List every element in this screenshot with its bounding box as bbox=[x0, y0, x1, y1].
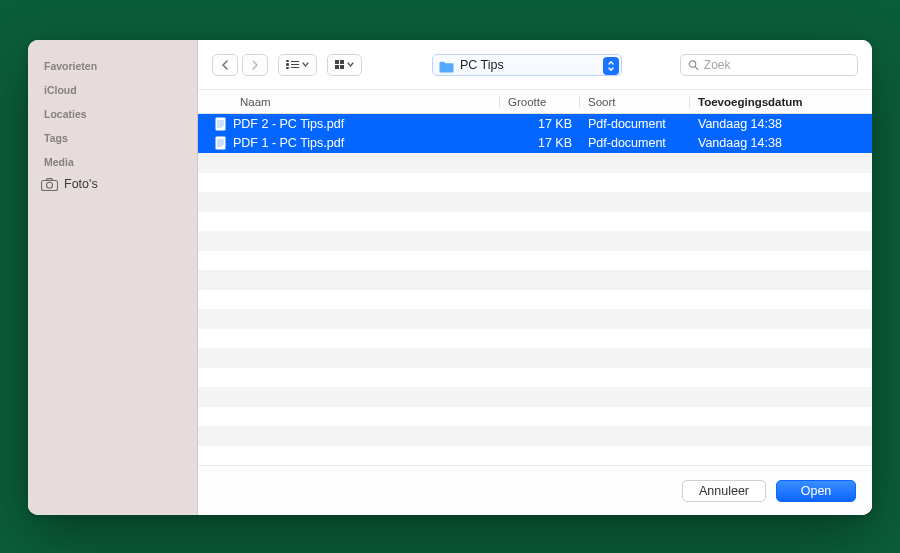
main-panel: PC Tips Naam Grootte bbox=[198, 40, 872, 515]
search-input[interactable] bbox=[704, 58, 850, 72]
svg-point-2 bbox=[689, 60, 695, 66]
search-icon bbox=[688, 59, 699, 71]
chevron-down-icon bbox=[347, 62, 354, 67]
chevron-down-icon bbox=[302, 62, 309, 67]
toolbar: PC Tips bbox=[198, 40, 872, 90]
nav-group bbox=[212, 54, 268, 76]
column-headers: Naam Grootte Soort Toevoegingsdatum bbox=[198, 90, 872, 114]
file-added: Vandaag 14:38 bbox=[690, 136, 872, 150]
svg-line-3 bbox=[695, 66, 698, 69]
cancel-button[interactable]: Annuleer bbox=[682, 480, 766, 502]
column-header-name[interactable]: Naam bbox=[198, 96, 500, 108]
svg-rect-6 bbox=[217, 122, 224, 123]
file-name: PDF 2 - PC Tips.pdf bbox=[233, 117, 344, 131]
svg-rect-13 bbox=[217, 146, 222, 147]
folder-select[interactable]: PC Tips bbox=[432, 54, 622, 76]
view-mode-dropdown[interactable] bbox=[278, 54, 317, 76]
file-kind: Pdf-document bbox=[580, 136, 690, 150]
file-name: PDF 1 - PC Tips.pdf bbox=[233, 136, 344, 150]
document-icon bbox=[214, 117, 227, 131]
sidebar-heading-favorites[interactable]: Favorieten bbox=[28, 54, 197, 78]
up-down-arrows-icon bbox=[603, 57, 619, 75]
grid-icon bbox=[335, 60, 344, 69]
folder-icon bbox=[439, 59, 454, 71]
svg-rect-10 bbox=[217, 140, 224, 141]
svg-rect-7 bbox=[217, 124, 224, 125]
empty-area bbox=[198, 153, 872, 446]
search-field[interactable] bbox=[680, 54, 858, 76]
svg-rect-9 bbox=[216, 137, 226, 150]
sidebar-heading-media[interactable]: Media bbox=[28, 150, 197, 174]
svg-point-1 bbox=[46, 182, 52, 188]
sidebar-item-photos[interactable]: Foto's bbox=[28, 174, 197, 194]
open-file-dialog: Favorieten iCloud Locaties Tags Media Fo… bbox=[28, 40, 872, 515]
svg-rect-5 bbox=[217, 120, 224, 121]
column-header-kind[interactable]: Soort bbox=[580, 96, 690, 108]
sidebar-heading-locations[interactable]: Locaties bbox=[28, 102, 197, 126]
column-header-size[interactable]: Grootte bbox=[500, 96, 580, 108]
file-added: Vandaag 14:38 bbox=[690, 117, 872, 131]
camera-icon bbox=[40, 177, 58, 191]
svg-rect-8 bbox=[217, 126, 222, 127]
svg-rect-12 bbox=[217, 144, 224, 145]
file-kind: Pdf-document bbox=[580, 117, 690, 131]
open-button[interactable]: Open bbox=[776, 480, 856, 502]
document-icon bbox=[214, 136, 227, 150]
chevron-left-icon bbox=[221, 60, 229, 70]
svg-rect-11 bbox=[217, 142, 224, 143]
file-list[interactable]: PDF 2 - PC Tips.pdf 17 KB Pdf-document V… bbox=[198, 114, 872, 465]
dialog-footer: Annuleer Open bbox=[198, 465, 872, 515]
forward-button[interactable] bbox=[242, 54, 268, 76]
sidebar-item-label: Foto's bbox=[64, 177, 98, 191]
sidebar: Favorieten iCloud Locaties Tags Media Fo… bbox=[28, 40, 198, 515]
file-size: 17 KB bbox=[500, 136, 580, 150]
file-size: 17 KB bbox=[500, 117, 580, 131]
table-row[interactable]: PDF 2 - PC Tips.pdf 17 KB Pdf-document V… bbox=[198, 114, 872, 134]
group-by-dropdown[interactable] bbox=[327, 54, 362, 76]
sidebar-heading-tags[interactable]: Tags bbox=[28, 126, 197, 150]
table-row[interactable]: PDF 1 - PC Tips.pdf 17 KB Pdf-document V… bbox=[198, 134, 872, 154]
folder-label: PC Tips bbox=[460, 58, 504, 72]
chevron-right-icon bbox=[251, 60, 259, 70]
column-header-added[interactable]: Toevoegingsdatum bbox=[690, 96, 872, 108]
svg-rect-4 bbox=[216, 117, 226, 130]
back-button[interactable] bbox=[212, 54, 238, 76]
list-icon bbox=[286, 60, 299, 70]
sidebar-heading-icloud[interactable]: iCloud bbox=[28, 78, 197, 102]
